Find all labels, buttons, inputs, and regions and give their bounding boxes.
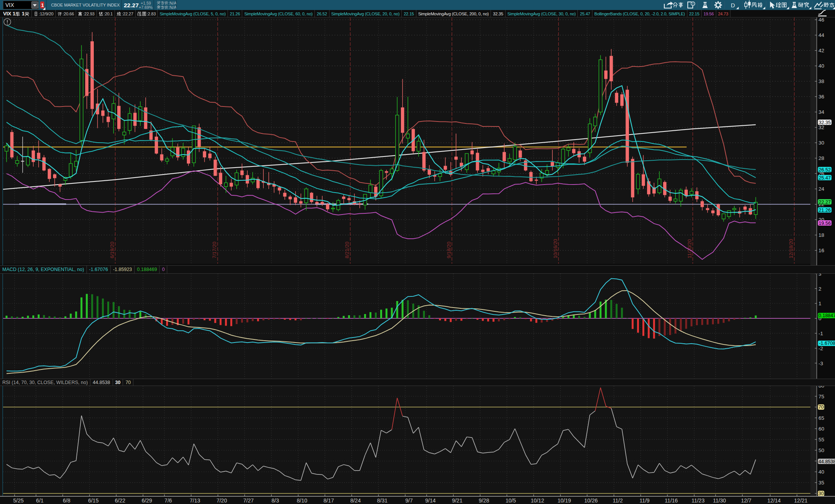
svg-text:11/2: 11/2 — [613, 497, 623, 504]
svg-text:9/14: 9/14 — [425, 497, 436, 504]
svg-text:22.27: 22.27 — [124, 2, 139, 8]
svg-text:6/1: 6/1 — [36, 497, 44, 504]
svg-text:18: 18 — [818, 232, 824, 238]
svg-text:5/25: 5/25 — [13, 497, 23, 504]
svg-text::N/A: :N/A — [168, 5, 177, 10]
svg-text:55: 55 — [818, 437, 824, 442]
svg-text:65: 65 — [818, 415, 824, 421]
svg-text:10/26: 10/26 — [584, 497, 598, 504]
svg-text:28: 28 — [818, 155, 824, 161]
svg-text:22.27: 22.27 — [819, 200, 831, 205]
svg-text:7/17/20: 7/17/20 — [211, 242, 217, 258]
svg-text:7/20: 7/20 — [216, 497, 227, 504]
svg-text:12/14: 12/14 — [767, 497, 781, 504]
svg-text:12/18/20: 12/18/20 — [788, 239, 794, 258]
svg-text:25.47: 25.47 — [819, 175, 831, 181]
svg-text:0.18847: 0.18847 — [818, 313, 835, 318]
svg-text:19.56: 19.56 — [819, 221, 831, 226]
svg-text:VIX: VIX — [5, 2, 14, 8]
svg-text:10/19: 10/19 — [557, 497, 571, 504]
svg-text:6/15: 6/15 — [88, 497, 98, 504]
svg-text:12/7: 12/7 — [741, 497, 751, 504]
svg-text:1: 1 — [41, 2, 44, 8]
svg-text:6/29: 6/29 — [141, 497, 152, 504]
svg-text:-3: -3 — [818, 361, 823, 366]
svg-text:10/16/20: 10/16/20 — [552, 239, 558, 258]
svg-text:11/9: 11/9 — [639, 497, 649, 504]
svg-text:40: 40 — [818, 469, 824, 475]
svg-text:7/27: 7/27 — [243, 497, 254, 504]
svg-text:44.8538: 44.8538 — [818, 459, 835, 464]
svg-text:CBOE MARKET VOLATILITY INDEX: CBOE MARKET VOLATILITY INDEX — [51, 3, 120, 7]
svg-text:60: 60 — [818, 426, 824, 432]
svg-text:9/21: 9/21 — [452, 497, 462, 504]
svg-text:8/3: 8/3 — [271, 497, 279, 504]
svg-text:75: 75 — [818, 394, 824, 399]
svg-text:36: 36 — [818, 94, 824, 100]
svg-text:2: 2 — [818, 286, 822, 292]
svg-text:10/5: 10/5 — [506, 497, 516, 504]
svg-text:8/24: 8/24 — [350, 497, 361, 504]
svg-text:35: 35 — [818, 480, 824, 486]
svg-text:30: 30 — [818, 491, 824, 496]
svg-text:6/19/20: 6/19/20 — [109, 242, 115, 258]
svg-text:32.35: 32.35 — [819, 120, 831, 125]
svg-text:8/21/20: 8/21/20 — [344, 242, 350, 258]
svg-text:6/22: 6/22 — [115, 497, 125, 504]
svg-text:38: 38 — [818, 78, 824, 84]
svg-text:30: 30 — [818, 140, 824, 146]
svg-text:46: 46 — [818, 17, 824, 23]
svg-text:26.52: 26.52 — [819, 167, 831, 173]
svg-text:40: 40 — [818, 63, 824, 69]
svg-text:12/21: 12/21 — [794, 497, 808, 504]
svg-text:11/23: 11/23 — [692, 497, 705, 504]
svg-text:70: 70 — [818, 404, 824, 410]
svg-text:+7.69%: +7.69% — [139, 5, 153, 10]
svg-text:21.26: 21.26 — [819, 208, 831, 213]
svg-text:7/6: 7/6 — [165, 497, 172, 504]
svg-text:D: D — [731, 2, 735, 8]
svg-text:44: 44 — [818, 32, 825, 38]
svg-text:9/18/20: 9/18/20 — [446, 242, 452, 258]
svg-text:8/10: 8/10 — [297, 497, 307, 504]
svg-text:16: 16 — [818, 248, 824, 253]
svg-text:-2: -2 — [818, 346, 823, 351]
svg-text:11/16: 11/16 — [665, 497, 678, 504]
svg-text:50: 50 — [818, 447, 824, 453]
svg-text:34: 34 — [818, 109, 825, 115]
svg-text:-1.6708: -1.6708 — [819, 341, 835, 346]
svg-text:42: 42 — [818, 48, 824, 53]
svg-text:11/30: 11/30 — [713, 497, 726, 504]
svg-text:10/12: 10/12 — [531, 497, 544, 504]
svg-text:1: 1 — [818, 301, 822, 306]
svg-text:7/13: 7/13 — [190, 497, 200, 504]
svg-text:6/8: 6/8 — [63, 497, 70, 504]
svg-text::N/A: :N/A — [168, 1, 177, 5]
svg-text:24: 24 — [818, 186, 825, 192]
svg-text:9/7: 9/7 — [405, 497, 413, 504]
svg-text:9/28: 9/28 — [479, 497, 489, 504]
svg-text:8/31: 8/31 — [377, 497, 388, 504]
svg-text:-1: -1 — [818, 331, 823, 336]
svg-text:32: 32 — [818, 125, 824, 130]
svg-text:8/17: 8/17 — [324, 497, 334, 504]
